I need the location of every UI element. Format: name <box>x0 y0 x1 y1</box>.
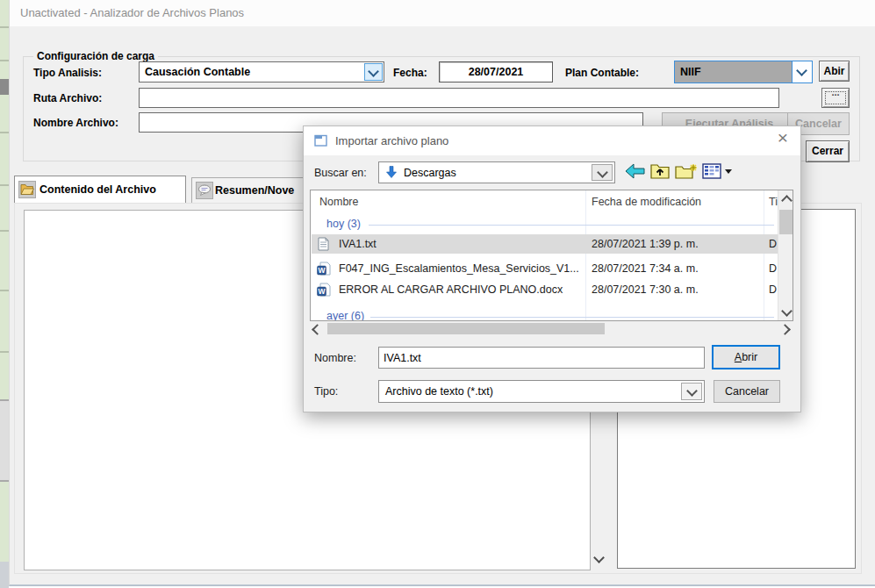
file-type: D <box>769 238 777 250</box>
list-vertical-scrollbar[interactable] <box>778 190 793 320</box>
config-groupbox-legend: Configuración de carga <box>33 50 158 62</box>
window-icon <box>314 134 328 151</box>
chevron-down-icon <box>597 167 608 178</box>
strip-line <box>0 26 9 28</box>
dialog-title: Importar archivo plano <box>335 134 448 147</box>
tipo-analisis-combobox[interactable]: Causación Contable <box>139 61 384 82</box>
dialog-nombre-input[interactable] <box>378 347 705 369</box>
app-title: Unactivated - Analizador de Archivos Pla… <box>20 6 244 19</box>
ruta-archivo-label: Ruta Archivo: <box>33 92 102 104</box>
file-name: F047_ING_Escalamientos_Mesa_Servicios_V1… <box>339 262 579 275</box>
buscar-en-combobox[interactable]: Descargas <box>378 161 615 183</box>
downloads-icon <box>385 166 398 183</box>
scroll-right-icon[interactable] <box>779 324 791 335</box>
tipo-analisis-value: Causación Contable <box>145 66 250 78</box>
dialog-cancelar-label: Cancelar <box>725 385 769 398</box>
browse-button-label: ... <box>831 87 839 97</box>
svg-text:W: W <box>318 266 326 275</box>
cerrar-button-label: Cerrar <box>812 145 843 157</box>
strip-block <box>0 562 9 588</box>
ruta-archivo-input[interactable] <box>139 88 779 108</box>
abir-button[interactable]: Abir <box>819 61 850 82</box>
app-titlebar[interactable]: Unactivated - Analizador de Archivos Pla… <box>10 0 875 26</box>
chevron-down-icon <box>686 385 698 397</box>
browse-button[interactable]: ... <box>821 88 850 108</box>
fecha-field[interactable]: 28/07/2021 <box>439 61 553 82</box>
tipo-analisis-dropdown-button[interactable] <box>364 63 383 81</box>
column-separator[interactable] <box>585 190 586 321</box>
cancelar-main-label: Cancelar <box>795 118 842 130</box>
abrir-label-rest: brir <box>742 351 757 363</box>
file-row[interactable]: W F047_ING_Escalamientos_Mesa_Servicios_… <box>312 259 778 278</box>
views-icon[interactable] <box>702 163 721 183</box>
strip-line <box>0 351 9 353</box>
tab-resumen-label: Resumen/Nove <box>215 184 294 197</box>
strip-block <box>0 399 9 482</box>
tab-contenido-label: Contenido del Archivo <box>39 183 156 196</box>
plan-contable-dropdown-button[interactable] <box>792 61 812 82</box>
back-icon[interactable] <box>625 163 646 183</box>
scroll-up-icon[interactable] <box>781 195 793 206</box>
column-header-fecha[interactable]: Fecha de modificación <box>592 196 701 208</box>
chevron-down-icon <box>368 66 379 77</box>
word-file-icon: W <box>317 283 331 300</box>
chevron-down-icon <box>796 65 807 76</box>
comment-icon <box>196 182 213 199</box>
scrollbar-thumb[interactable] <box>327 323 605 334</box>
file-list[interactable]: Nombre Fecha de modificación Ti hoy (3) … <box>310 190 793 321</box>
dialog-tipo-dropdown-button[interactable] <box>681 383 702 400</box>
buscar-en-dropdown-button[interactable] <box>592 164 613 181</box>
dialog-cancelar-button[interactable]: Cancelar <box>714 380 780 403</box>
dialog-titlebar[interactable]: Importar archivo plano × <box>304 126 800 155</box>
text-file-icon <box>318 237 329 255</box>
views-dropdown-caret-icon[interactable] <box>725 169 732 174</box>
screen: Unactivated - Analizador de Archivos Pla… <box>0 0 875 588</box>
file-type: D <box>769 283 777 296</box>
new-folder-icon[interactable] <box>674 162 699 183</box>
scroll-left-icon[interactable] <box>312 324 323 335</box>
file-date: 28/07/2021 7:30 a. m. <box>592 283 699 296</box>
group-header-hoy[interactable]: hoy (3) <box>326 218 361 230</box>
group-header-line <box>370 317 774 318</box>
file-row-selected[interactable]: IVA1.txt 28/07/2021 1:39 p. m. D <box>312 234 778 254</box>
strip-block <box>0 79 9 95</box>
column-header-tipo[interactable]: Ti <box>769 196 778 208</box>
up-folder-icon[interactable] <box>649 162 671 183</box>
plan-contable-combobox[interactable]: NIIF <box>674 61 813 83</box>
svg-text:W: W <box>318 287 326 296</box>
scroll-down-icon[interactable] <box>781 305 793 317</box>
folder-open-icon <box>18 181 36 198</box>
file-name: ERROR AL CARGAR ARCHIVO PLANO.docx <box>339 283 563 296</box>
strip-line <box>0 184 9 186</box>
column-separator[interactable] <box>764 190 764 321</box>
strip-line <box>0 60 9 61</box>
abrir-button[interactable]: Abrir <box>712 345 780 369</box>
nombre-archivo-label: Nombre Archivo: <box>33 117 118 129</box>
buscar-en-value: Descargas <box>404 167 456 179</box>
tab-contenido[interactable]: Contenido del Archivo <box>14 176 186 203</box>
tipo-analisis-label: Tipo Analisis: <box>33 67 102 79</box>
scrollbar-thumb[interactable] <box>779 210 793 234</box>
file-type: D <box>769 262 777 275</box>
list-horizontal-scrollbar[interactable] <box>310 322 793 335</box>
import-dialog: Importar archivo plano × Buscar en: Desc… <box>303 125 801 412</box>
dialog-tipo-label: Tipo: <box>314 385 338 398</box>
file-date: 28/07/2021 1:39 p. m. <box>592 238 699 250</box>
file-row[interactable]: W ERROR AL CARGAR ARCHIVO PLANO.docx 28/… <box>312 280 778 299</box>
cerrar-button[interactable]: Cerrar <box>806 140 850 162</box>
close-icon[interactable]: × <box>778 127 788 148</box>
file-date: 28/07/2021 7:34 a. m. <box>592 262 699 275</box>
group-header-ayer[interactable]: ayer (6) <box>326 310 364 321</box>
buscar-en-label: Buscar en: <box>314 167 367 179</box>
background-window-strip <box>0 0 9 588</box>
group-header-line <box>369 225 774 226</box>
column-header-nombre[interactable]: Nombre <box>319 196 358 208</box>
plan-contable-label: Plan Contable: <box>565 67 639 79</box>
fecha-label: Fecha: <box>393 67 427 79</box>
dialog-tipo-combobox[interactable]: Archivo de texto (*.txt) <box>378 380 705 403</box>
abrir-label-initial: A <box>735 351 742 363</box>
fecha-value: 28/07/2021 <box>440 62 552 82</box>
strip-line <box>0 230 9 232</box>
strip-line <box>0 290 9 291</box>
strip-line <box>0 132 9 133</box>
